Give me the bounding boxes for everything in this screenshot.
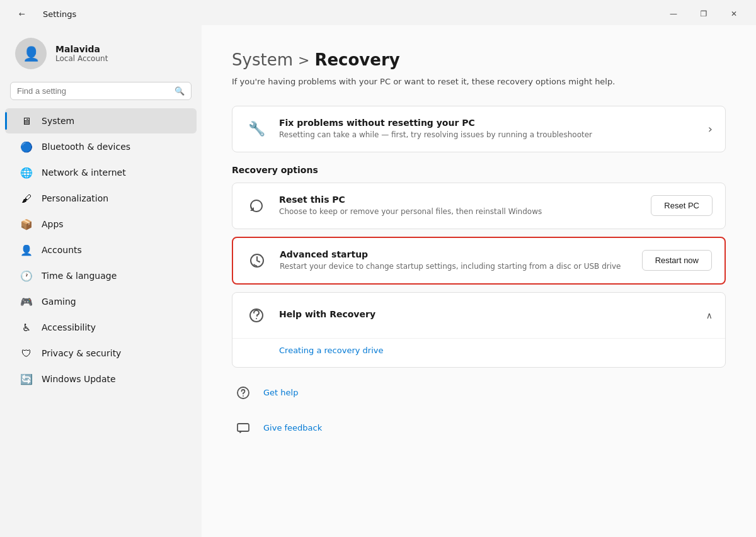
windows-update-icon: 🔄 bbox=[20, 373, 33, 385]
wrench-icon: 🔧 bbox=[245, 118, 268, 140]
bottom-links: Get help Give feedback bbox=[232, 375, 726, 446]
restart-now-button[interactable]: Restart now bbox=[642, 250, 712, 271]
advanced-startup-card: Advanced startup Restart your device to … bbox=[232, 237, 726, 285]
user-name: Malavida bbox=[55, 44, 108, 54]
help-recovery-card: Help with Recovery ∧ Creating a recovery… bbox=[232, 292, 726, 368]
breadcrumb-separator: > bbox=[298, 52, 309, 68]
search-icon: 🔍 bbox=[175, 86, 185, 96]
search-input[interactable] bbox=[17, 86, 169, 96]
sidebar-item-label-accessibility: Accessibility bbox=[42, 322, 96, 332]
advanced-startup-row: Advanced startup Restart your device to … bbox=[233, 238, 724, 283]
get-help-row: Get help bbox=[232, 375, 726, 410]
advanced-startup-title: Advanced startup bbox=[280, 249, 631, 259]
sidebar-item-label-windows-update: Windows Update bbox=[42, 374, 116, 384]
reset-pc-row: Reset this PC Choose to keep or remove y… bbox=[232, 183, 725, 229]
reset-pc-card: Reset this PC Choose to keep or remove y… bbox=[232, 183, 726, 229]
advanced-startup-desc: Restart your device to change startup se… bbox=[280, 261, 631, 272]
sidebar-item-label-accounts: Accounts bbox=[42, 245, 82, 255]
sidebar-item-personalization[interactable]: 🖌 Personalization bbox=[5, 186, 197, 211]
fix-problems-card[interactable]: 🔧 Fix problems without resetting your PC… bbox=[232, 106, 726, 152]
avatar: 👤 bbox=[15, 38, 47, 69]
reset-icon bbox=[245, 195, 268, 217]
close-button[interactable]: ✕ bbox=[719, 4, 748, 23]
sidebar-item-label-time: Time & language bbox=[42, 271, 117, 281]
fix-problems-desc: Resetting can take a while — first, try … bbox=[279, 130, 697, 140]
sidebar-item-label-network: Network & internet bbox=[42, 167, 126, 178]
help-recovery-header[interactable]: Help with Recovery ∧ bbox=[232, 293, 725, 338]
give-feedback-row: Give feedback bbox=[232, 410, 726, 446]
startup-icon bbox=[246, 249, 268, 272]
sidebar-item-bluetooth[interactable]: 🔵 Bluetooth & devices bbox=[5, 134, 197, 159]
time-icon: 🕐 bbox=[20, 269, 33, 282]
sidebar-item-time[interactable]: 🕐 Time & language bbox=[5, 263, 197, 288]
sidebar-item-windows-update[interactable]: 🔄 Windows Update bbox=[5, 366, 197, 392]
sidebar-item-privacy[interactable]: 🛡 Privacy & security bbox=[5, 341, 197, 366]
sidebar-item-label-personalization: Personalization bbox=[42, 193, 108, 203]
chevron-up-icon: ∧ bbox=[706, 310, 713, 320]
titlebar: ← Settings — ❐ ✕ bbox=[0, 0, 756, 25]
accounts-icon: 👤 bbox=[20, 244, 33, 256]
breadcrumb-current: Recovery bbox=[314, 50, 399, 69]
sidebar-item-label-apps: Apps bbox=[42, 219, 64, 229]
recovery-drive-link[interactable]: Creating a recovery drive bbox=[279, 346, 383, 355]
sidebar-item-label-bluetooth: Bluetooth & devices bbox=[42, 142, 130, 152]
svg-point-4 bbox=[243, 395, 244, 397]
page-description: If you're having problems with your PC o… bbox=[232, 76, 726, 88]
svg-point-2 bbox=[256, 318, 257, 319]
minimize-button[interactable]: — bbox=[659, 4, 688, 23]
window-title: Settings bbox=[43, 9, 76, 19]
sidebar-item-label-privacy: Privacy & security bbox=[42, 348, 121, 358]
fix-problems-row[interactable]: 🔧 Fix problems without resetting your PC… bbox=[232, 106, 725, 152]
help-recovery-content: Creating a recovery drive bbox=[232, 338, 725, 367]
gaming-icon: 🎮 bbox=[20, 295, 33, 308]
breadcrumb: System > Recovery bbox=[232, 50, 726, 69]
sidebar-nav: 🖥 System 🔵 Bluetooth & devices 🌐 Network… bbox=[0, 108, 202, 392]
apps-icon: 📦 bbox=[20, 218, 33, 230]
sidebar: 👤 Malavida Local Account 🔍 🖥 System 🔵 Bl… bbox=[0, 25, 202, 537]
sidebar-item-apps[interactable]: 📦 Apps bbox=[5, 212, 197, 237]
get-help-icon bbox=[232, 382, 255, 404]
give-feedback-link[interactable]: Give feedback bbox=[263, 423, 322, 432]
reset-pc-button[interactable]: Reset PC bbox=[651, 195, 713, 216]
reset-pc-desc: Choose to keep or remove your personal f… bbox=[279, 206, 639, 217]
privacy-icon: 🛡 bbox=[20, 347, 33, 359]
breadcrumb-parent: System bbox=[232, 50, 293, 69]
sidebar-item-gaming[interactable]: 🎮 Gaming bbox=[5, 289, 197, 314]
system-icon: 🖥 bbox=[20, 115, 33, 127]
sidebar-item-label-system: System bbox=[42, 116, 74, 126]
fix-problems-title: Fix problems without resetting your PC bbox=[279, 118, 697, 128]
personalization-icon: 🖌 bbox=[20, 192, 33, 205]
give-feedback-icon bbox=[232, 417, 255, 439]
network-icon: 🌐 bbox=[20, 166, 33, 179]
get-help-link[interactable]: Get help bbox=[263, 388, 298, 397]
help-recovery-icon bbox=[245, 304, 268, 327]
sidebar-item-label-gaming: Gaming bbox=[42, 297, 76, 307]
fix-problems-chevron: › bbox=[708, 122, 713, 135]
svg-rect-5 bbox=[238, 424, 249, 431]
user-account-type: Local Account bbox=[55, 54, 108, 63]
sidebar-item-network[interactable]: 🌐 Network & internet bbox=[5, 160, 197, 185]
search-box[interactable]: 🔍 bbox=[10, 82, 192, 100]
sidebar-item-system[interactable]: 🖥 System bbox=[5, 108, 197, 133]
sidebar-item-accessibility[interactable]: ♿ Accessibility bbox=[5, 315, 197, 340]
app-container: 👤 Malavida Local Account 🔍 🖥 System 🔵 Bl… bbox=[0, 25, 756, 537]
sidebar-item-accounts[interactable]: 👤 Accounts bbox=[5, 237, 197, 263]
recovery-options-label: Recovery options bbox=[232, 165, 726, 175]
help-recovery-title: Help with Recovery bbox=[279, 309, 695, 319]
maximize-button[interactable]: ❐ bbox=[689, 4, 718, 23]
reset-pc-title: Reset this PC bbox=[279, 195, 639, 205]
user-section: 👤 Malavida Local Account bbox=[0, 25, 202, 79]
bluetooth-icon: 🔵 bbox=[20, 140, 33, 153]
main-content: System > Recovery If you're having probl… bbox=[202, 25, 756, 537]
back-button[interactable]: ← bbox=[8, 4, 37, 23]
accessibility-icon: ♿ bbox=[20, 321, 33, 334]
